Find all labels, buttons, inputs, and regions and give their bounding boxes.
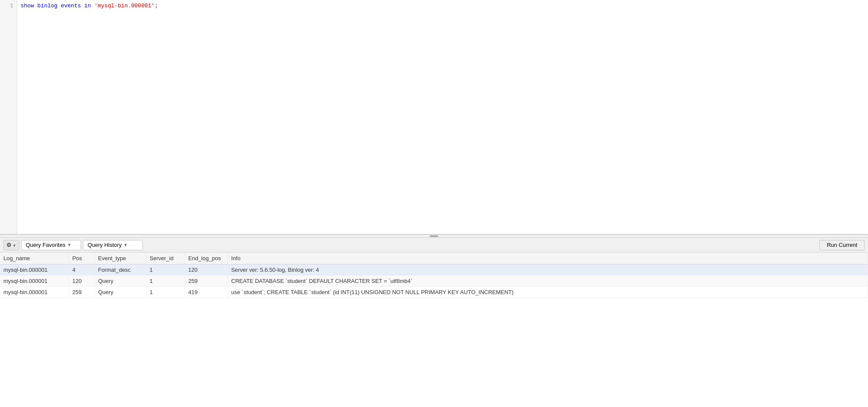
results-header: Log_name Pos Event_type Server_id End_lo… <box>0 252 868 264</box>
cell-event_type: Query <box>94 287 146 298</box>
table-row: mysql-bin.000001259Query1419use `student… <box>0 287 868 298</box>
query-history-arrow: ▼ <box>123 243 127 247</box>
col-header-eventtype: Event_type <box>94 252 146 264</box>
col-header-info: Info <box>228 252 868 264</box>
editor-area: 1 show binlog events in 'mysql-bin.00000… <box>0 0 868 234</box>
cell-log_name: mysql-bin.000001 <box>0 276 69 287</box>
col-header-pos: Pos <box>69 252 94 264</box>
splitter-handle <box>430 235 438 237</box>
cell-log_name: mysql-bin.000001 <box>0 264 69 276</box>
cell-pos: 120 <box>69 276 94 287</box>
run-current-label: Run Current <box>827 242 857 248</box>
cell-end_log_pos: 419 <box>185 287 228 298</box>
cell-info: use `student`; CREATE TABLE `student` (i… <box>228 287 868 298</box>
cell-event_type: Format_desc <box>94 264 146 276</box>
toolbar: ⚙ Query Favorites ▼ Query History ▼ Run … <box>0 238 868 252</box>
header-row: Log_name Pos Event_type Server_id End_lo… <box>0 252 868 264</box>
results-body: mysql-bin.0000014Format_desc1120Server v… <box>0 264 868 298</box>
cell-pos: 259 <box>69 287 94 298</box>
code-keyword-in: in <box>84 3 91 9</box>
query-favorites-label: Query Favorites <box>26 242 65 248</box>
code-keyword-binlog: binlog <box>37 3 58 9</box>
query-history-label: Query History <box>88 242 121 248</box>
results-table: Log_name Pos Event_type Server_id End_lo… <box>0 252 868 298</box>
cell-server_id: 1 <box>146 287 185 298</box>
code-keyword-events: events <box>61 3 81 9</box>
line-number-1: 1 <box>0 2 13 10</box>
code-semicolon: ; <box>155 3 158 9</box>
cell-end_log_pos: 259 <box>185 276 228 287</box>
col-header-logname: Log_name <box>0 252 69 264</box>
cell-info: CREATE DATABASE `student` DEFAULT CHARAC… <box>228 276 868 287</box>
results-area: Log_name Pos Event_type Server_id End_lo… <box>0 252 868 407</box>
col-header-serverid: Server_id <box>146 252 185 264</box>
run-current-button[interactable]: Run Current <box>819 240 865 250</box>
query-favorites-arrow: ▼ <box>67 243 71 247</box>
line-numbers: 1 <box>0 0 17 234</box>
table-row: mysql-bin.000001120Query1259CREATE DATAB… <box>0 276 868 287</box>
cell-event_type: Query <box>94 276 146 287</box>
gear-dropdown-arrow <box>12 242 16 248</box>
cell-server_id: 1 <box>146 276 185 287</box>
table-row: mysql-bin.0000014Format_desc1120Server v… <box>0 264 868 276</box>
cell-info: Server ver: 5.6.50-log, Binlog ver: 4 <box>228 264 868 276</box>
gear-button[interactable]: ⚙ <box>3 240 19 250</box>
cell-pos: 4 <box>69 264 94 276</box>
query-favorites-button[interactable]: Query Favorites ▼ <box>21 240 81 250</box>
cell-log_name: mysql-bin.000001 <box>0 287 69 298</box>
splitter[interactable] <box>0 234 868 238</box>
gear-icon: ⚙ <box>6 242 12 248</box>
code-editor[interactable]: show binlog events in 'mysql-bin.000001'… <box>17 0 868 234</box>
code-keyword-show: show <box>21 3 34 9</box>
col-header-endlogpos: End_log_pos <box>185 252 228 264</box>
cell-server_id: 1 <box>146 264 185 276</box>
query-history-button[interactable]: Query History ▼ <box>83 240 143 250</box>
editor-content: 1 show binlog events in 'mysql-bin.00000… <box>0 0 868 234</box>
code-string-filename: 'mysql-bin.000001' <box>94 3 155 9</box>
cell-end_log_pos: 120 <box>185 264 228 276</box>
